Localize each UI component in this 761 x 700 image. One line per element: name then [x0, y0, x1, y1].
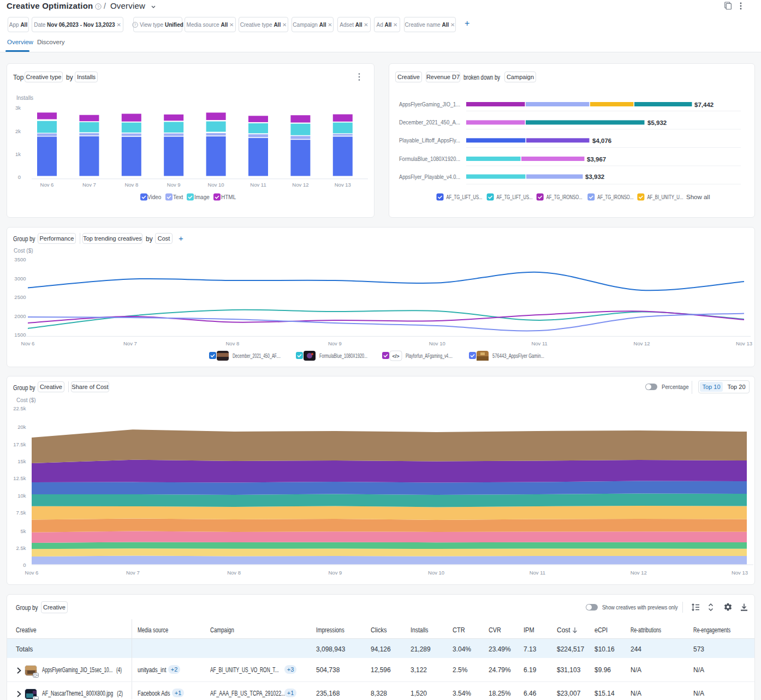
- svg-text:?: ?: [97, 4, 99, 9]
- svg-text:2500: 2500: [14, 294, 26, 300]
- svg-text:Nov 12: Nov 12: [292, 182, 308, 188]
- svg-text:Nov 7: Nov 7: [123, 340, 137, 346]
- svg-text:Nov 8: Nov 8: [227, 570, 241, 576]
- svg-text:Nov 13: Nov 13: [732, 570, 748, 576]
- svg-text:FormulaBlue_1080X1920...: FormulaBlue_1080X1920...: [399, 155, 460, 162]
- svg-text:December_2021_450_A...: December_2021_450_A...: [399, 119, 460, 125]
- svg-text:AF_BI_UNITY_U...: AF_BI_UNITY_U...: [647, 194, 683, 200]
- svg-text:1k: 1k: [15, 151, 21, 157]
- svg-text:Cost ($): Cost ($): [14, 248, 33, 254]
- svg-text:HTML: HTML: [221, 194, 236, 200]
- svg-text:3500: 3500: [14, 256, 26, 262]
- svg-text:Nov 9: Nov 9: [328, 570, 342, 576]
- svg-text:Video: Video: [147, 194, 162, 200]
- svg-text:0: 0: [23, 562, 26, 568]
- svg-text:Nov 10: Nov 10: [429, 340, 445, 346]
- svg-text:576443_AppsFlyer Gamin...: 576443_AppsFlyer Gamin...: [492, 352, 544, 359]
- svg-text:3k: 3k: [15, 105, 21, 111]
- svg-text:</>: </>: [392, 354, 399, 359]
- svg-text:5k: 5k: [20, 528, 26, 534]
- svg-text:Nov 10: Nov 10: [428, 570, 444, 576]
- svg-text:20k: 20k: [17, 424, 26, 430]
- svg-text:Nov 7: Nov 7: [126, 570, 140, 576]
- svg-text:AppsFlyerGaming_JIO_1...: AppsFlyerGaming_JIO_1...: [399, 101, 460, 107]
- svg-text:Nov 6: Nov 6: [25, 570, 39, 576]
- svg-text:$4,076: $4,076: [592, 137, 611, 144]
- svg-text:Nov 7: Nov 7: [82, 182, 96, 188]
- svg-text:?: ?: [134, 22, 136, 26]
- svg-text:1500: 1500: [14, 332, 26, 338]
- svg-text:Nov 13: Nov 13: [736, 340, 752, 346]
- svg-text:December_2021_450_AF....: December_2021_450_AF....: [233, 352, 281, 359]
- svg-text:7.5k: 7.5k: [16, 510, 26, 516]
- svg-text:Cost ($): Cost ($): [16, 397, 36, 403]
- svg-text:Nov 9: Nov 9: [167, 182, 181, 188]
- svg-text:10k: 10k: [17, 493, 26, 499]
- svg-text:Nov 11: Nov 11: [250, 182, 266, 188]
- svg-text:22.5k: 22.5k: [13, 405, 26, 411]
- svg-text:Playforfun_AFgaming_v4....: Playforfun_AFgaming_v4....: [406, 352, 453, 359]
- svg-text:$7,442: $7,442: [694, 101, 714, 108]
- svg-text:$3,932: $3,932: [585, 173, 604, 180]
- svg-text:AppsFlyer_Playable_v4.0...: AppsFlyer_Playable_v4.0...: [399, 173, 460, 180]
- svg-text:12.5k: 12.5k: [13, 475, 26, 481]
- svg-text:Image: Image: [194, 194, 210, 200]
- svg-text:FormulaBlue_1080X1920...: FormulaBlue_1080X1920...: [319, 352, 367, 359]
- svg-text:15k: 15k: [17, 458, 26, 464]
- svg-text:Nov 12: Nov 12: [634, 340, 650, 346]
- svg-text:AF_TG_IRONSO...: AF_TG_IRONSO...: [597, 194, 633, 200]
- svg-text:Nov 11: Nov 11: [530, 570, 545, 576]
- svg-text:$3,967: $3,967: [587, 156, 606, 163]
- svg-text:Nov 6: Nov 6: [40, 182, 54, 188]
- svg-text:2000: 2000: [14, 313, 26, 319]
- svg-text:Nov 8: Nov 8: [124, 182, 138, 188]
- svg-text:$5,932: $5,932: [647, 119, 667, 126]
- svg-text:AF_TG_IRONSO...: AF_TG_IRONSO...: [546, 194, 582, 200]
- svg-text:0: 0: [18, 174, 21, 180]
- svg-text:Nov 6: Nov 6: [21, 340, 35, 346]
- svg-text:AF_TG_LIFT_US...: AF_TG_LIFT_US...: [447, 194, 483, 200]
- svg-text:2k: 2k: [15, 128, 21, 134]
- svg-text:Installs: Installs: [16, 95, 33, 101]
- svg-text:Nov 9: Nov 9: [328, 340, 342, 346]
- svg-text:Nov 13: Nov 13: [335, 182, 351, 188]
- svg-text:Nov 11: Nov 11: [531, 340, 547, 346]
- svg-text:Nov 12: Nov 12: [631, 570, 647, 576]
- svg-text:2.5k: 2.5k: [16, 545, 26, 551]
- svg-text:3000: 3000: [14, 276, 26, 282]
- svg-text:Nov 8: Nov 8: [225, 340, 239, 346]
- svg-text:Text: Text: [173, 194, 183, 200]
- svg-text:17.5k: 17.5k: [13, 441, 26, 447]
- svg-text:Nov 10: Nov 10: [208, 182, 224, 188]
- svg-text:AF_TG_LIFT_US...: AF_TG_LIFT_US...: [497, 194, 533, 200]
- svg-text:Playable_Liftoff_AppsFly...: Playable_Liftoff_AppsFly...: [399, 137, 460, 143]
- svg-text:Show all: Show all: [686, 194, 710, 200]
